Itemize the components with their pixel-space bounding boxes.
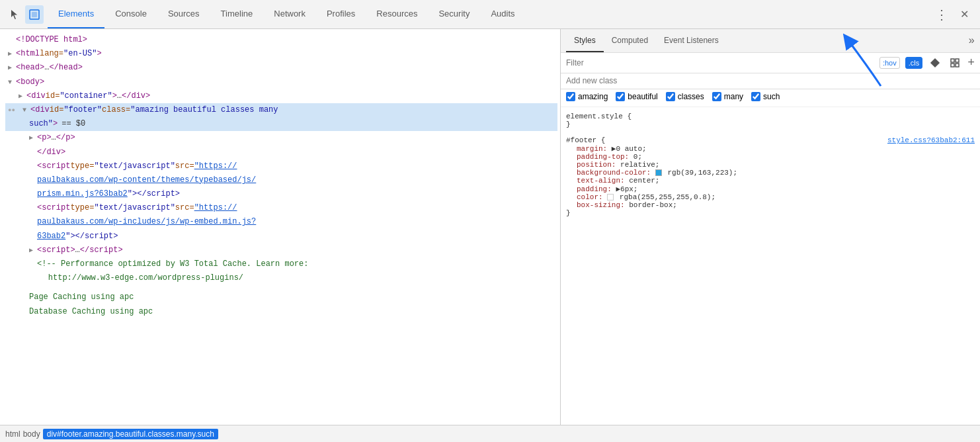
add-class-bar (561, 73, 980, 89)
tab-styles[interactable]: Styles (566, 29, 604, 52)
db-caching-line: Database Caching using apc (5, 305, 557, 319)
class-many: many (712, 92, 743, 101)
footer-rule: #footer { style.css?63bab2:611 margin: ▶… (566, 136, 975, 217)
more-tabs-icon[interactable]: » (968, 35, 975, 47)
prop-position: position: relative; (566, 161, 975, 169)
class-many-checkbox[interactable] (712, 92, 721, 101)
filter-input[interactable] (566, 58, 874, 67)
body-line[interactable]: ▼ <body> (5, 75, 557, 89)
elements-panel: <!DOCTYPE html> ▶ <html lang="en-US" > ▶… (0, 29, 561, 425)
toolbar-tabs: Elements Console Sources Timeline Networ… (48, 0, 526, 28)
prop-box-sizing: box-sizing: border-box; (566, 201, 975, 209)
breadcrumb-html[interactable]: html (5, 429, 20, 439)
element-style-rule: element.style { } (566, 112, 975, 128)
class-beautiful-label: beautiful (628, 92, 657, 101)
script1-line[interactable]: <script type="text/javascript" src="http… (5, 159, 557, 173)
tab-profiles[interactable]: Profiles (316, 0, 366, 28)
footer-selector: #footer { (566, 136, 605, 144)
hov-button[interactable]: :hov (879, 57, 900, 69)
color-swatch[interactable] (607, 194, 614, 200)
page-caching-line: Page Caching using apc (5, 290, 557, 304)
script2-line3: 63bab2 "></script> (5, 230, 557, 243)
tab-network[interactable]: Network (263, 0, 316, 28)
class-amazing: amazing (566, 92, 608, 101)
tab-security[interactable]: Security (428, 0, 480, 28)
script1-line3: prism.min.js?63bab2 "></script> (5, 187, 557, 201)
class-classes: classes (666, 92, 704, 101)
more-tools-icon[interactable]: ⋮ (932, 5, 951, 24)
grid-icon[interactable] (948, 56, 962, 70)
footer-source[interactable]: style.css?63bab2:611 (887, 136, 975, 144)
tab-resources[interactable]: Resources (366, 0, 428, 28)
css-rules: element.style { } #footer { style.css?63… (561, 107, 980, 230)
tab-console[interactable]: Console (104, 0, 157, 28)
class-beautiful-checkbox[interactable] (616, 92, 625, 101)
class-list: amazing beautiful classes many such (561, 89, 980, 107)
script3-line[interactable]: ▶ <script> … </script> (5, 243, 557, 257)
svg-rect-5 (951, 64, 954, 67)
svg-rect-1 (32, 12, 37, 17)
breadcrumb-bar: html body div#footer.amazing.beautiful.c… (0, 425, 980, 442)
class-amazing-checkbox[interactable] (566, 92, 575, 101)
script2-line2: paulbakaus.com/wp-includes/js/wp-embed.m… (5, 215, 557, 229)
element-style-close: } (566, 120, 571, 128)
inspect-icon[interactable] (25, 5, 44, 24)
prop-background-color: background-color: rgb(39,163,223); (566, 169, 975, 177)
prop-text-align: text-align: center; (566, 177, 975, 185)
tab-computed[interactable]: Computed (604, 29, 656, 52)
div-footer-line[interactable]: ●● ▼ <div id="footer" class="amazing bea… (5, 103, 557, 117)
tab-audits[interactable]: Audits (480, 0, 525, 28)
class-many-label: many (724, 92, 743, 101)
close-div-line: </div> (5, 146, 557, 159)
tab-timeline[interactable]: Timeline (210, 0, 264, 28)
styles-tabs: Styles Computed Event Listeners » (561, 29, 980, 53)
toolbar-right: ⋮ ✕ (932, 5, 975, 24)
svg-rect-2 (930, 58, 940, 67)
head-line[interactable]: ▶ <head> … </head> (5, 61, 557, 75)
class-such-label: such (763, 92, 780, 101)
script1-line2: paulbakaus.com/wp-content/themes/typebas… (5, 173, 557, 187)
class-amazing-label: amazing (578, 92, 608, 101)
footer-rule-close: } (566, 209, 571, 217)
class-such: such (751, 92, 780, 101)
div-footer-line-cont: such" > == $0 (5, 117, 557, 131)
svg-rect-4 (956, 59, 959, 62)
class-such-checkbox[interactable] (751, 92, 760, 101)
tab-elements[interactable]: Elements (48, 0, 104, 28)
add-class-input[interactable] (566, 76, 975, 85)
class-beautiful: beautiful (616, 92, 657, 101)
styles-panel: Styles Computed Event Listeners » :hov .… (561, 29, 980, 425)
html-line[interactable]: ▶ <html lang="en-US" > (5, 47, 557, 61)
cursor-icon[interactable] (5, 5, 24, 24)
devtools-toolbar: Elements Console Sources Timeline Networ… (0, 0, 980, 29)
close-icon[interactable]: ✕ (955, 5, 973, 24)
breadcrumb-selected[interactable]: div#footer.amazing.beautiful.classes.man… (43, 429, 218, 439)
prop-color: color: rgba(255,255,255,0.8); (566, 193, 975, 201)
class-classes-label: classes (678, 92, 704, 101)
svg-rect-3 (951, 59, 954, 62)
tab-event-listeners[interactable]: Event Listeners (656, 29, 727, 52)
tab-sources[interactable]: Sources (157, 0, 210, 28)
div-container-line[interactable]: ▶ <div id="container" > … </div> (5, 89, 557, 103)
class-classes-checkbox[interactable] (666, 92, 675, 101)
selected-dot-indicator: ●● (8, 106, 17, 115)
comment-line2: http://www.w3-edge.com/wordpress-plugins… (5, 271, 557, 285)
cls-button[interactable]: .cls (905, 57, 923, 69)
main-area: <!DOCTYPE html> ▶ <html lang="en-US" > ▶… (0, 29, 980, 425)
palette-icon[interactable] (928, 56, 942, 70)
doctype-line: <!DOCTYPE html> (5, 33, 557, 47)
script2-line[interactable]: <script type="text/javascript" src="http… (5, 201, 557, 215)
add-style-button[interactable]: + (967, 56, 975, 69)
svg-rect-6 (956, 64, 959, 67)
bg-color-swatch[interactable] (655, 169, 662, 176)
filter-bar: :hov .cls + (561, 53, 980, 73)
prop-padding: padding: ▶6px; (566, 185, 975, 193)
p-line[interactable]: ▶ <p> … </p> (5, 131, 557, 145)
breadcrumb-body[interactable]: body (23, 429, 40, 439)
prop-margin: margin: ▶0 auto; (566, 144, 975, 153)
prop-padding-top: padding-top: 0; (566, 153, 975, 161)
comment-line: <!-- Performance optimized by W3 Total C… (5, 257, 557, 271)
element-style-selector: element.style { (566, 112, 632, 120)
